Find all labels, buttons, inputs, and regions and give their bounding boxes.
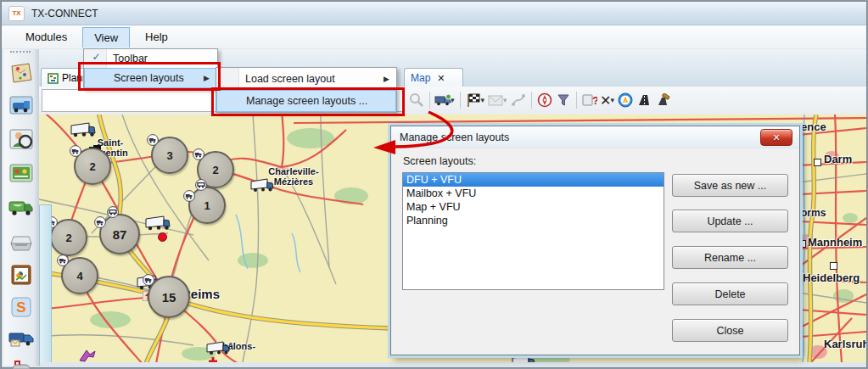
- route-icon[interactable]: [509, 91, 528, 109]
- toolbar-grip[interactable]: [10, 51, 31, 56]
- roadworks-icon[interactable]: [653, 91, 672, 109]
- map-icon[interactable]: [8, 61, 34, 85]
- truck-badge-icon: [193, 148, 204, 160]
- layout-list-item[interactable]: Mailbox + VFU: [403, 187, 664, 200]
- send-menu-icon[interactable]: [486, 91, 505, 109]
- truck-mail-icon[interactable]: [8, 327, 34, 351]
- save-as-new-button[interactable]: Save as new ...: [672, 174, 788, 197]
- pointer-arrow-marker[interactable]: [78, 349, 97, 362]
- truck-badge-icon: [57, 254, 69, 266]
- layout-list-item[interactable]: Planning: [403, 214, 664, 227]
- app-icon: TX: [8, 6, 25, 21]
- delete-button[interactable]: Delete: [672, 282, 788, 305]
- menu-help[interactable]: Help: [133, 27, 180, 47]
- driver-icon[interactable]: [8, 127, 34, 151]
- svg-text:S: S: [16, 299, 25, 316]
- truck-badge-icon: [94, 216, 106, 228]
- module-sidebar: S: [3, 49, 40, 366]
- tab-map[interactable]: Map ✕: [404, 68, 463, 87]
- tab-map-label: Map: [411, 72, 430, 84]
- menu-view[interactable]: View: [82, 27, 130, 48]
- cluster-marker[interactable]: 87: [99, 214, 140, 254]
- cluster-marker[interactable]: 4: [61, 257, 98, 294]
- menu-bar: Modules View Help: [2, 25, 866, 49]
- city-label: Mannheim: [808, 237, 862, 249]
- clear-menu-dropdown-icon[interactable]: ▾: [611, 96, 615, 104]
- truck-marker[interactable]: [144, 215, 171, 235]
- truck-badge-icon: [183, 190, 195, 202]
- tab-close-icon[interactable]: ✕: [437, 73, 445, 84]
- layout-list-item[interactable]: DFU + VFU: [403, 173, 664, 187]
- city-label: Heidelberg: [803, 272, 860, 284]
- trailer-badge-icon: [195, 179, 207, 191]
- city-label: orms: [801, 208, 826, 219]
- truck-badge-icon: [70, 145, 81, 157]
- road-icon[interactable]: [635, 91, 653, 109]
- globe-icon[interactable]: [535, 91, 554, 109]
- update-button[interactable]: Update ...: [672, 210, 788, 232]
- cross-badge: [209, 354, 217, 362]
- city-label: Karlsruhe: [824, 338, 866, 350]
- send-menu-dropdown-icon[interactable]: ▾: [503, 96, 507, 104]
- annotation-box-screen-layouts: [78, 62, 221, 91]
- dialog-close-button[interactable]: ✕: [760, 129, 792, 146]
- cluster-marker[interactable]: 1: [188, 187, 226, 224]
- traffic-icon[interactable]: [616, 91, 635, 109]
- s-icon[interactable]: S: [8, 295, 34, 319]
- submenu-arrow-icon: ▶: [384, 75, 389, 83]
- rename-button[interactable]: Rename ...: [672, 246, 788, 269]
- town-marker: [830, 262, 837, 270]
- cluster-marker[interactable]: 3: [151, 137, 188, 174]
- scanner-icon[interactable]: [8, 231, 34, 254]
- title-bar[interactable]: TX TX-CONNECT: [2, 2, 866, 25]
- truck-badge-icon: [143, 274, 154, 286]
- truck-photo-icon[interactable]: [8, 93, 34, 117]
- truck-marker[interactable]: [70, 121, 97, 142]
- city-label: ence: [801, 121, 826, 133]
- annotation-arrow: [341, 102, 485, 161]
- truck-badge-icon: [147, 134, 159, 146]
- layout-list-item[interactable]: Map + VFU: [403, 200, 664, 214]
- docked-panel-edge: [39, 204, 52, 362]
- filter-icon[interactable]: [554, 91, 573, 109]
- cluster-marker[interactable]: 2: [50, 219, 87, 256]
- menu-modules[interactable]: Modules: [14, 27, 79, 47]
- mailbox-icon[interactable]: [8, 360, 34, 369]
- cluster-marker[interactable]: 2: [74, 148, 111, 185]
- alert-dot: [158, 232, 167, 242]
- help-icon[interactable]: ?: [580, 91, 599, 109]
- window-title: TX-CONNECT: [31, 8, 98, 20]
- city-label: Darm: [824, 154, 852, 165]
- truck-marker[interactable]: [249, 177, 275, 197]
- app-window: TX TX-CONNECT Modules View Help: [1, 1, 867, 368]
- trailer-badge-icon: [107, 206, 119, 218]
- green-truck-icon[interactable]: [8, 195, 34, 219]
- close-button[interactable]: Close: [672, 319, 788, 342]
- dashboard-icon[interactable]: [8, 161, 34, 185]
- report-icon[interactable]: [8, 263, 34, 287]
- planning-tab-icon: [48, 73, 59, 84]
- svg-text:?: ?: [592, 94, 597, 107]
- screen-layouts-listbox[interactable]: DFU + VFU Mailbox + VFU Map + VFU Planni…: [402, 172, 664, 290]
- town-marker: [814, 159, 821, 166]
- cluster-marker[interactable]: 15: [148, 276, 190, 318]
- close-icon: ✕: [772, 132, 780, 143]
